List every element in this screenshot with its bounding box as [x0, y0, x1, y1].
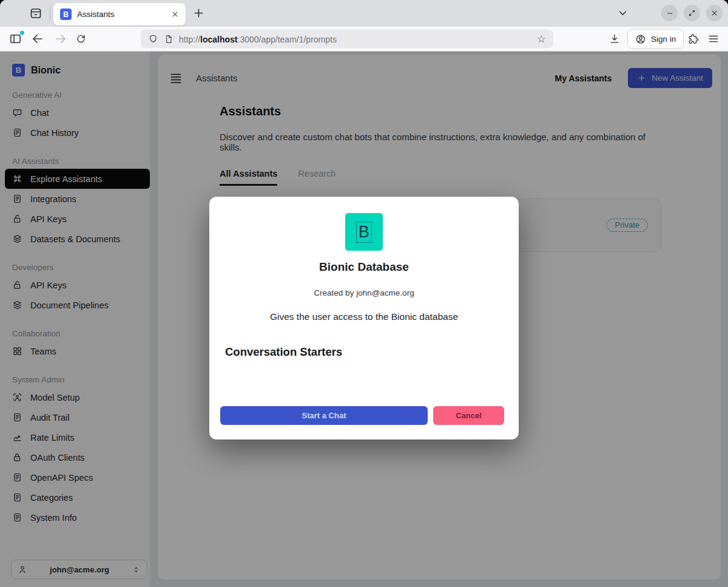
assistant-avatar-letter: B	[359, 224, 369, 240]
assistant-avatar: B	[345, 213, 383, 251]
reload-icon[interactable]	[75, 33, 87, 45]
tab-list-chevron-icon[interactable]	[616, 7, 629, 19]
tab-strip: B Assistants	[0, 0, 728, 27]
tab-close-icon[interactable]	[170, 10, 180, 19]
url-path: :3000/app/team/1/prompts	[238, 34, 337, 44]
forward-icon[interactable]	[53, 32, 68, 46]
assistant-created-by: Created by john@acme.org	[209, 288, 519, 297]
back-icon[interactable]	[30, 32, 45, 46]
app-menu-icon[interactable]	[707, 33, 720, 45]
window-minimize-button[interactable]	[661, 5, 678, 21]
window-close-button[interactable]	[706, 5, 723, 21]
browser-window: B Assistants http://localhost:3000/app/t…	[0, 0, 728, 587]
window-maximize-button[interactable]	[684, 5, 700, 21]
conversation-starters-heading: Conversation Starters	[225, 345, 519, 359]
url-prefix: http://	[179, 34, 200, 44]
signin-button[interactable]: Sign in	[627, 29, 684, 49]
tab-divider	[50, 7, 50, 20]
tab-favicon-letter: B	[63, 10, 69, 19]
modal-actions: Start a Chat Cancel	[220, 406, 504, 425]
account-icon	[635, 33, 646, 44]
page-info-icon[interactable]	[164, 34, 174, 44]
notification-dot	[20, 31, 24, 35]
tab-favicon: B	[60, 8, 72, 20]
close-icon	[710, 8, 719, 18]
minimize-icon	[665, 8, 675, 18]
assistant-name: Bionic Database	[209, 260, 519, 274]
extensions-puzzle-icon[interactable]	[688, 33, 699, 45]
bookmark-star-icon[interactable]: ☆	[537, 33, 546, 46]
browser-tab[interactable]: B Assistants	[53, 3, 186, 25]
url-text: http://localhost:3000/app/team/1/prompts	[179, 34, 337, 44]
assistant-description: Gives the user access to the Bionic data…	[209, 311, 519, 322]
download-icon[interactable]	[608, 33, 621, 45]
signin-label: Sign in	[651, 35, 676, 44]
start-chat-button[interactable]: Start a Chat	[220, 406, 428, 425]
tab-title: Assistants	[77, 10, 170, 19]
url-host: localhost	[200, 34, 237, 44]
cancel-button[interactable]: Cancel	[433, 406, 504, 425]
sidebar-toggle-button[interactable]	[8, 32, 22, 46]
maximize-icon	[687, 8, 696, 18]
tab-overview-icon[interactable]	[29, 6, 43, 21]
new-tab-icon[interactable]	[192, 6, 206, 20]
assistant-detail-modal: B Bionic Database Created by john@acme.o…	[209, 197, 519, 439]
shield-icon[interactable]	[148, 34, 158, 44]
browser-toolbar: http://localhost:3000/app/team/1/prompts…	[0, 27, 728, 52]
url-bar[interactable]: http://localhost:3000/app/team/1/prompts…	[141, 30, 553, 49]
